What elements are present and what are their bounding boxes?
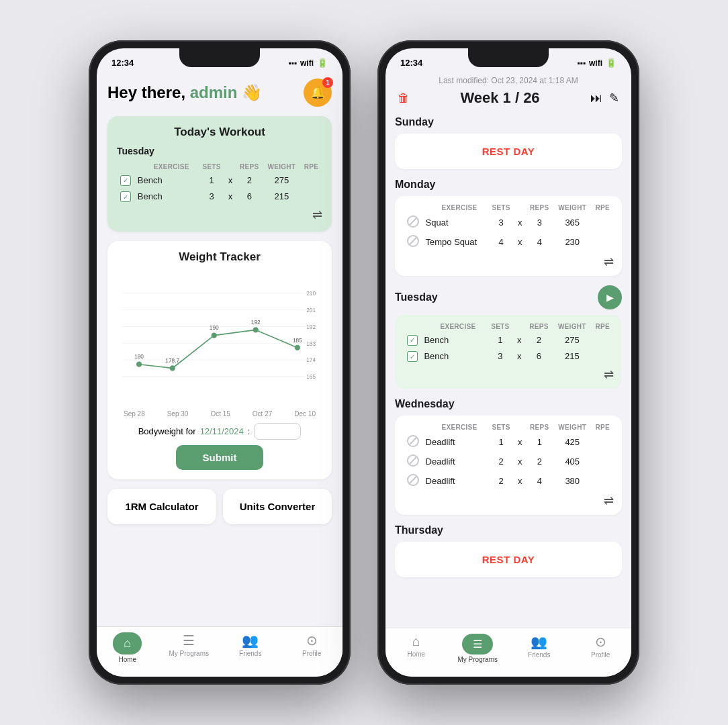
- left-screen-content: Hey there, admin 👋 🔔 1 Today's Workout T…: [97, 70, 343, 626]
- tab-bar-right: ⌂ Home ☰ My Programs 👥 Friends ⊙ Profile: [385, 628, 631, 677]
- tab-programs-label-right: My Programs: [458, 656, 498, 663]
- svg-text:210: 210: [306, 291, 316, 297]
- battery-icon-right: 🔋: [606, 58, 617, 68]
- bodyweight-input[interactable]: [254, 423, 301, 440]
- profile-icon-right: ⊙: [595, 634, 606, 650]
- thursday-rest-label: REST DAY: [403, 548, 614, 571]
- svg-text:180: 180: [134, 354, 144, 360]
- monday-card: EXERCISE SETS REPS WEIGHT RPE: [395, 196, 622, 276]
- svg-text:192: 192: [306, 324, 316, 330]
- weight-tracker-title: Weight Tracker: [117, 250, 322, 264]
- col-sets-wed: SETS: [488, 422, 514, 432]
- svg-text:178.7: 178.7: [165, 358, 179, 364]
- workout-card: Today's Workout Tuesday EXERCISE SETS RE…: [107, 116, 332, 232]
- col-sets-mon: SETS: [488, 203, 514, 213]
- day-section-monday: Monday EXERCISE SETS REPS WEIGHT RPE: [395, 179, 622, 276]
- ban-icon: [407, 454, 419, 467]
- swap-row-tuesday: ⇌: [403, 367, 614, 382]
- 1rm-calculator-button[interactable]: 1RM Calculator: [107, 489, 216, 524]
- check-box[interactable]: ✓: [407, 335, 418, 346]
- col-reps-tue: REPS: [525, 322, 553, 332]
- tab-friends-label-right: Friends: [528, 651, 550, 659]
- tab-friends-label-left: Friends: [239, 650, 261, 657]
- tab-programs-right[interactable]: ☰ My Programs: [457, 634, 498, 663]
- col-wt-wed: WEIGHT: [553, 422, 592, 432]
- tab-bar-left: ⌂ Home ☰ My Programs 👥 Friends ⊙ Profile: [97, 626, 343, 677]
- tab-home-label-left: Home: [118, 656, 136, 663]
- col-rpe: RPE: [300, 162, 322, 172]
- edit-icon[interactable]: ✎: [609, 91, 619, 105]
- svg-point-6: [136, 362, 142, 367]
- thursday-card: REST DAY: [395, 542, 622, 577]
- col-rpe-tue: RPE: [591, 322, 614, 332]
- wifi-icon: wifi: [300, 58, 314, 68]
- col-check: [117, 162, 135, 172]
- col-ex-tue: EXERCISE: [421, 322, 486, 332]
- check-box[interactable]: ✓: [120, 175, 131, 186]
- bodyweight-date: 12/11/2024: [200, 426, 244, 436]
- ban-icon: [407, 474, 419, 486]
- day-header-sunday: Sunday: [395, 116, 622, 128]
- chart-container: 180 178.7 190 192 185 210 201 192 183 17…: [117, 271, 322, 405]
- check-box[interactable]: ✓: [120, 191, 131, 202]
- home-icon-left: ⌂: [113, 632, 142, 655]
- week-header: 🗑 Week 1 / 26 ⏭ ✎: [395, 89, 622, 107]
- tab-profile-right[interactable]: ⊙ Profile: [580, 634, 621, 663]
- swap-row-left: ⇌: [117, 207, 322, 222]
- svg-text:165: 165: [306, 374, 316, 380]
- submit-button[interactable]: Submit: [176, 445, 264, 470]
- bodyweight-row: Bodyweight for 12/11/2024 :: [117, 423, 322, 440]
- swap-icon-tuesday[interactable]: ⇌: [604, 367, 614, 382]
- swap-row-monday: ⇌: [403, 254, 614, 269]
- svg-point-10: [295, 345, 300, 350]
- status-icons-right: ▪▪▪ wifi 🔋: [577, 58, 617, 68]
- table-row: Deadlift 1 x 1 425: [403, 432, 614, 452]
- svg-point-7: [170, 365, 175, 371]
- col-ex-mon: EXERCISE: [423, 203, 488, 213]
- table-row: Tempo Squat 4 x 4 230: [403, 232, 614, 252]
- delete-program-icon[interactable]: 🗑: [398, 91, 410, 105]
- tuesday-card: EXERCISE SETS REPS WEIGHT RPE ✓: [395, 315, 622, 389]
- play-button-tuesday[interactable]: ▶: [598, 285, 622, 309]
- svg-text:183: 183: [306, 341, 316, 347]
- ban-icon: [407, 435, 419, 447]
- col-exercise: EXERCISE: [135, 162, 199, 172]
- fast-forward-icon[interactable]: ⏭: [590, 91, 602, 105]
- workout-table-left: EXERCISE SETS REPS WEIGHT RPE ✓ Bench 1 …: [117, 162, 322, 205]
- tuesday-header-row: Tuesday ▶: [395, 285, 622, 309]
- col-weight: WEIGHT: [263, 162, 301, 172]
- last-modified: Last modified: Oct 23, 2024 at 1:18 AM: [395, 76, 622, 85]
- col-wt-tue: WEIGHT: [553, 322, 591, 332]
- col-sets-tue: SETS: [487, 322, 514, 332]
- swap-icon-monday[interactable]: ⇌: [604, 254, 614, 269]
- tab-friends-left[interactable]: 👥 Friends: [230, 632, 271, 663]
- col-icon-mon: [403, 203, 423, 213]
- notch-right: [468, 48, 549, 67]
- table-row: ✓ Bench 1 x 2 275: [403, 332, 614, 348]
- swap-icon-wednesday[interactable]: ⇌: [604, 493, 614, 508]
- notification-badge: 1: [322, 77, 333, 88]
- units-converter-button[interactable]: Units Converter: [223, 489, 332, 524]
- col-reps-wed: REPS: [526, 422, 553, 432]
- tab-programs-label-left: My Programs: [169, 650, 209, 657]
- left-phone: 12:34 ▪▪▪ wifi 🔋 Hey there, admin 👋 🔔 1: [89, 40, 351, 685]
- table-row: Deadlift 2 x 2 405: [403, 452, 614, 471]
- col-icon-tue: [403, 322, 421, 332]
- swap-icon[interactable]: ⇌: [312, 207, 322, 222]
- tab-friends-right[interactable]: 👥 Friends: [519, 634, 559, 663]
- programs-icon-right: ☰: [462, 634, 493, 655]
- notification-button[interactable]: 🔔 1: [304, 79, 332, 107]
- col-rpe-mon: RPE: [592, 203, 615, 213]
- table-row: ✓ Bench 3 x 6 215: [403, 348, 614, 365]
- day-section-tuesday: Tuesday ▶ EXERCISE SETS REPS WEIGHT: [395, 285, 622, 389]
- svg-point-8: [212, 333, 217, 338]
- tab-home-left[interactable]: ⌂ Home: [107, 632, 148, 663]
- tab-home-right[interactable]: ⌂ Home: [396, 634, 437, 663]
- status-time-right: 12:34: [400, 58, 422, 68]
- tab-profile-left[interactable]: ⊙ Profile: [291, 632, 332, 663]
- check-box[interactable]: ✓: [407, 351, 418, 362]
- tab-programs-left[interactable]: ☰ My Programs: [169, 632, 209, 663]
- table-row: ✓ Bench 3 x 6 215: [117, 189, 322, 205]
- svg-text:185: 185: [293, 338, 302, 344]
- calc-row: 1RM Calculator Units Converter: [107, 489, 332, 524]
